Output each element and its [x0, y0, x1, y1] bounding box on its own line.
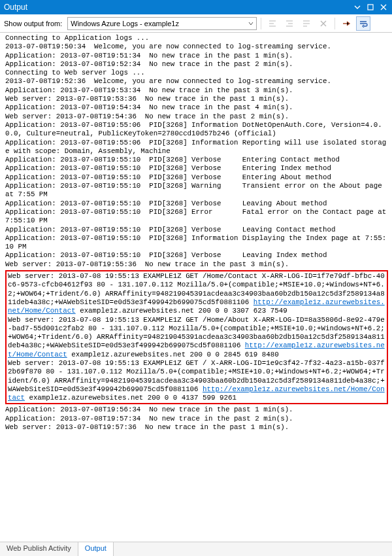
- output-source-label: Show output from:: [4, 20, 62, 27]
- indent-left-button[interactable]: [265, 16, 280, 31]
- bottom-tab-bar: Web Publish Activity Output: [0, 542, 392, 556]
- tab-web-publish-activity[interactable]: Web Publish Activity: [0, 542, 78, 556]
- output-source-dropdown[interactable]: Windows Azure Logs - example1z: [67, 17, 257, 30]
- go-to-button[interactable]: [299, 16, 314, 31]
- log-output-area[interactable]: Connecting to Application logs ... 2013-…: [0, 33, 392, 542]
- log-entry: example1z.azurewebsites.net 200 0 0 4137…: [25, 394, 237, 402]
- svg-rect-0: [368, 5, 373, 10]
- tab-output[interactable]: Output: [78, 542, 114, 556]
- word-wrap-button[interactable]: [356, 16, 370, 31]
- dropdown-position-button[interactable]: [351, 2, 363, 12]
- log-lines-pre: Connecting to Application logs ... 2013-…: [5, 34, 388, 269]
- highlighted-log-block: Web server: 2013-07-08 19:55:13 EXAMPLE1…: [5, 270, 388, 404]
- window-title: Output: [3, 3, 350, 12]
- toolbar: Show output from: Windows Azure Logs - e…: [0, 14, 392, 33]
- chevron-down-icon: [247, 21, 255, 26]
- log-entry: example1z.azurewebsites.net 200 0 0 3307…: [76, 307, 287, 315]
- close-button[interactable]: [378, 2, 389, 12]
- separator: [335, 18, 335, 29]
- indent-right-button[interactable]: [282, 16, 297, 31]
- separator: [261, 18, 261, 29]
- title-bar: Output: [0, 0, 392, 14]
- dropdown-selected-value: Windows Azure Logs - example1z: [71, 20, 247, 27]
- maximize-button[interactable]: [365, 2, 376, 12]
- log-entry: example1z.azurewebsites.net 200 0 0 2845…: [67, 351, 279, 358]
- toggle-stream-button[interactable]: [339, 16, 353, 31]
- clear-all-button[interactable]: [316, 16, 331, 31]
- log-lines-post: Application: 2013-07-08T19:56:34 No new …: [5, 406, 388, 432]
